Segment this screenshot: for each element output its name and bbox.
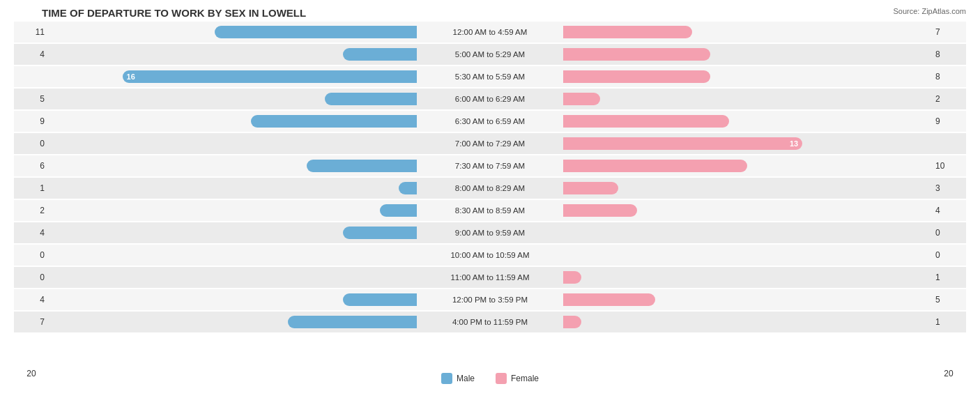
female-value: 0 [931, 228, 966, 238]
time-range-label: 4:00 PM to 11:59 PM [417, 318, 563, 326]
male-value: 0 [14, 139, 49, 148]
time-range-label: 12:00 AM to 4:59 AM [417, 28, 563, 36]
female-value: 10 [931, 161, 966, 171]
chart-container: TIME OF DEPARTURE TO WORK BY SEX IN LOWE… [0, 0, 980, 414]
bars-section: 8:00 AM to 8:29 AM [49, 178, 931, 199]
axis-right-value: 20 [931, 369, 966, 384]
male-bar-container: 16 [49, 69, 417, 84]
male-bar [343, 48, 417, 61]
female-bar-container: 13 [563, 136, 931, 151]
legend-female: Female [496, 373, 539, 384]
male-value: 7 [14, 317, 49, 327]
male-value: 6 [14, 161, 49, 171]
chart-row: 165:30 AM to 5:59 AM8 [14, 66, 966, 87]
male-bar [215, 26, 417, 38]
time-range-label: 11:00 AM to 11:59 AM [417, 273, 563, 282]
male-bar [307, 160, 417, 172]
female-bar [563, 70, 710, 83]
female-bar [563, 293, 655, 306]
female-value: 2 [931, 94, 966, 104]
female-bar-container [563, 24, 931, 40]
male-bar-container [49, 24, 417, 40]
chart-row: 56:00 AM to 6:29 AM2 [14, 89, 966, 109]
time-range-label: 7:00 AM to 7:29 AM [417, 139, 563, 148]
male-bar [399, 182, 417, 194]
female-bar [563, 160, 747, 172]
male-bar-container [49, 136, 417, 151]
bars-section: 12:00 PM to 3:59 PM [49, 289, 931, 310]
female-value: 1 [931, 317, 966, 327]
bars-section: 9:00 AM to 9:59 AM [49, 222, 931, 243]
male-legend-label: Male [457, 374, 475, 383]
chart-row: 011:00 AM to 11:59 AM1 [14, 267, 966, 288]
female-bar [563, 271, 581, 284]
time-range-label: 8:30 AM to 8:59 AM [417, 206, 563, 215]
female-bar [563, 93, 600, 105]
female-bar [563, 48, 710, 61]
female-value: 5 [931, 295, 966, 305]
male-value: 2 [14, 206, 49, 215]
chart-row: 18:00 AM to 8:29 AM3 [14, 178, 966, 199]
bars-section: 6:00 AM to 6:29 AM [49, 89, 931, 109]
male-bar-container [49, 181, 417, 196]
time-range-label: 7:30 AM to 7:59 AM [417, 162, 563, 170]
bars-section: 12:00 AM to 4:59 AM [49, 22, 931, 43]
legend: Male Female [441, 373, 539, 384]
time-range-label: 8:00 AM to 8:29 AM [417, 184, 563, 192]
male-bar-container [49, 91, 417, 107]
time-range-label: 12:00 PM to 3:59 PM [417, 296, 563, 304]
male-bar-container [49, 225, 417, 240]
female-legend-box [496, 373, 507, 384]
female-bar [563, 182, 618, 194]
chart-row: 45:00 AM to 5:29 AM8 [14, 44, 966, 65]
female-bar-container [563, 225, 931, 240]
female-value: 0 [931, 250, 966, 260]
axis-left-value: 20 [14, 369, 49, 384]
bars-section: 4:00 PM to 11:59 PM [49, 312, 931, 332]
female-bar [563, 316, 581, 328]
female-value: 8 [931, 72, 966, 82]
bars-section: 7:30 AM to 7:59 AM [49, 155, 931, 176]
male-bar [343, 227, 417, 239]
female-bar-container [563, 292, 931, 307]
male-bar-container [49, 158, 417, 174]
male-bar-container [49, 47, 417, 62]
male-bar-container [49, 314, 417, 330]
time-range-label: 5:00 AM to 5:29 AM [417, 50, 563, 59]
bars-section: 165:30 AM to 5:59 AM [49, 66, 931, 87]
bars-section: 6:30 AM to 6:59 AM [49, 111, 931, 132]
female-legend-label: Female [511, 374, 539, 383]
time-range-label: 9:00 AM to 9:59 AM [417, 229, 563, 237]
female-bar: 13 [563, 137, 802, 150]
male-bar [288, 316, 417, 328]
chart-row: 010:00 AM to 10:59 AM0 [14, 245, 966, 266]
female-bar [563, 115, 729, 128]
female-bar-container [563, 158, 931, 174]
male-value: 4 [14, 228, 49, 238]
chart-row: 96:30 AM to 6:59 AM9 [14, 111, 966, 132]
female-value: 1 [931, 273, 966, 282]
bars-section: 10:00 AM to 10:59 AM [49, 245, 931, 266]
chart-row: 07:00 AM to 7:29 AM13 [14, 133, 966, 154]
time-range-label: 6:30 AM to 6:59 AM [417, 117, 563, 125]
chart-row: 1112:00 AM to 4:59 AM7 [14, 22, 966, 43]
female-bar-container [563, 247, 931, 263]
female-bar-container [563, 314, 931, 330]
time-range-label: 10:00 AM to 10:59 AM [417, 251, 563, 259]
source-label: Source: ZipAtlas.com [893, 7, 966, 15]
female-bar-container [563, 47, 931, 62]
male-bar: 16 [123, 70, 417, 83]
male-bar [325, 93, 417, 105]
bars-section: 5:00 AM to 5:29 AM [49, 44, 931, 65]
female-bar-container [563, 181, 931, 196]
chart-row: 49:00 AM to 9:59 AM0 [14, 222, 966, 243]
male-bar [251, 115, 417, 128]
female-value: 4 [931, 206, 966, 215]
male-value: 9 [14, 116, 49, 126]
axis-bottom: 20 Male Female 20 [14, 366, 966, 384]
legend-male: Male [441, 373, 475, 384]
female-value: 8 [931, 49, 966, 59]
male-bar-container [49, 292, 417, 307]
female-value: 7 [931, 27, 966, 37]
bars-section: 8:30 AM to 8:59 AM [49, 200, 931, 221]
